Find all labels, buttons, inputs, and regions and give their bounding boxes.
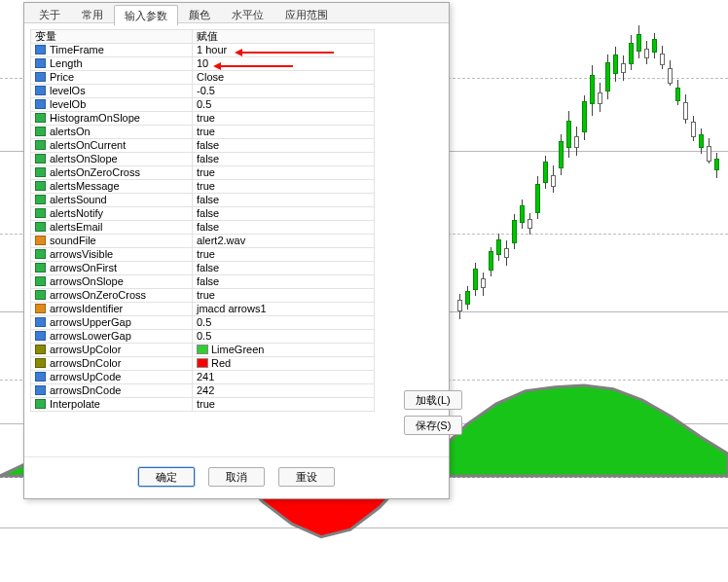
table-row[interactable]: arrowsDnCode242: [31, 384, 375, 398]
tab-colors[interactable]: 颜色: [178, 4, 221, 24]
param-value[interactable]: true: [193, 112, 375, 126]
param-name: arrowsVisible: [31, 248, 193, 262]
table-row[interactable]: arrowsLowerGap0.5: [31, 330, 375, 344]
param-name: arrowsUpCode: [31, 371, 193, 384]
table-row[interactable]: alertsNotifyfalse: [31, 207, 375, 221]
tab-common[interactable]: 常用: [71, 4, 114, 24]
param-value[interactable]: false: [193, 262, 375, 275]
table-row[interactable]: alertsEmailfalse: [31, 221, 375, 235]
save-button[interactable]: 保存(S): [404, 416, 462, 435]
param-value[interactable]: Close: [193, 71, 375, 85]
type-icon: [35, 72, 46, 82]
param-value[interactable]: true: [193, 126, 375, 139]
col-value[interactable]: 赋值: [193, 30, 375, 44]
table-row[interactable]: soundFilealert2.wav: [31, 235, 375, 248]
param-name: Interpolate: [31, 398, 193, 412]
type-icon: [35, 113, 46, 123]
param-name: arrowsOnFirst: [31, 262, 193, 275]
param-value[interactable]: 242: [193, 384, 375, 398]
table-row[interactable]: arrowsOnZeroCrosstrue: [31, 289, 375, 303]
param-name: alertsSound: [31, 194, 193, 207]
param-value[interactable]: 0.5: [193, 98, 375, 112]
table-row[interactable]: TimeFrame1 hour: [31, 44, 375, 57]
type-icon: [35, 45, 46, 55]
param-name: HistogramOnSlope: [31, 112, 193, 126]
param-value[interactable]: 0.5: [193, 330, 375, 344]
param-value[interactable]: false: [193, 207, 375, 221]
param-value[interactable]: true: [193, 180, 375, 194]
reset-button[interactable]: 重设: [278, 467, 335, 487]
col-name[interactable]: 变量: [31, 30, 193, 44]
cancel-button[interactable]: 取消: [208, 467, 265, 487]
param-value[interactable]: Red: [193, 357, 375, 371]
param-value[interactable]: true: [193, 398, 375, 412]
table-row[interactable]: arrowsDnColorRed: [31, 357, 375, 371]
load-button[interactable]: 加载(L): [404, 390, 462, 410]
param-value[interactable]: true: [193, 248, 375, 262]
param-value[interactable]: false: [193, 139, 375, 153]
param-value[interactable]: true: [193, 289, 375, 303]
param-value[interactable]: alert2.wav: [193, 235, 375, 248]
type-icon: [35, 331, 46, 341]
table-row[interactable]: alertsOnCurrentfalse: [31, 139, 375, 153]
indicator-properties-dialog: 关于 常用 输入参数 颜色 水平位 应用范围 变量 赋值 TimeFrame1 …: [23, 2, 450, 499]
param-value[interactable]: jmacd arrows1: [193, 303, 375, 316]
ok-button[interactable]: 确定: [138, 467, 195, 487]
table-row[interactable]: alertsMessagetrue: [31, 180, 375, 194]
param-name: levelOs: [31, 85, 193, 98]
parameters-grid[interactable]: 变量 赋值 TimeFrame1 hourLength10PriceClosel…: [30, 29, 375, 412]
param-name: arrowsOnZeroCross: [31, 289, 193, 303]
param-value[interactable]: -0.5: [193, 85, 375, 98]
table-row[interactable]: PriceClose: [31, 71, 375, 85]
param-value[interactable]: false: [193, 153, 375, 166]
table-row[interactable]: arrowsOnFirstfalse: [31, 262, 375, 275]
table-row[interactable]: arrowsUpperGap0.5: [31, 316, 375, 330]
param-value[interactable]: true: [193, 166, 375, 180]
tab-about[interactable]: 关于: [28, 4, 71, 24]
type-icon: [35, 167, 46, 177]
type-icon: [35, 358, 46, 368]
annotation-arrow: [237, 52, 334, 54]
type-icon: [35, 127, 46, 136]
table-row[interactable]: alertsOnSlopefalse: [31, 153, 375, 166]
param-value[interactable]: false: [193, 194, 375, 207]
param-name: Length: [31, 57, 193, 71]
table-row[interactable]: alertsOntrue: [31, 126, 375, 139]
table-row[interactable]: alertsSoundfalse: [31, 194, 375, 207]
param-name: TimeFrame: [31, 44, 193, 57]
param-value[interactable]: 241: [193, 371, 375, 384]
color-swatch: [197, 345, 208, 354]
table-row[interactable]: alertsOnZeroCrosstrue: [31, 166, 375, 180]
param-name: arrowsLowerGap: [31, 330, 193, 344]
color-swatch: [197, 358, 208, 368]
table-row[interactable]: arrowsOnSlopefalse: [31, 275, 375, 289]
param-name: arrowsUpColor: [31, 344, 193, 357]
param-value[interactable]: 0.5: [193, 316, 375, 330]
param-name: arrowsIdentifier: [31, 303, 193, 316]
param-name: alertsOnCurrent: [31, 139, 193, 153]
param-value[interactable]: false: [193, 221, 375, 235]
table-row[interactable]: Length10: [31, 57, 375, 71]
param-value[interactable]: 1 hour: [193, 44, 375, 57]
tab-inputs[interactable]: 输入参数: [114, 5, 178, 25]
tab-levels[interactable]: 水平位: [221, 4, 274, 24]
param-name: alertsMessage: [31, 180, 193, 194]
table-row[interactable]: arrowsUpColorLimeGreen: [31, 344, 375, 357]
param-name: alertsOnZeroCross: [31, 166, 193, 180]
table-row[interactable]: levelOb0.5: [31, 98, 375, 112]
table-row[interactable]: arrowsIdentifierjmacd arrows1: [31, 303, 375, 316]
type-icon: [35, 385, 46, 395]
param-value[interactable]: false: [193, 275, 375, 289]
param-name: arrowsUpperGap: [31, 316, 193, 330]
table-row[interactable]: HistogramOnSlopetrue: [31, 112, 375, 126]
table-row[interactable]: arrowsUpCode241: [31, 371, 375, 384]
table-row[interactable]: levelOs-0.5: [31, 85, 375, 98]
type-icon: [35, 181, 46, 191]
table-row[interactable]: arrowsVisibletrue: [31, 248, 375, 262]
type-icon: [35, 195, 46, 204]
param-value[interactable]: LimeGreen: [193, 344, 375, 357]
param-name: alertsEmail: [31, 221, 193, 235]
tab-scope[interactable]: 应用范围: [274, 4, 339, 24]
table-row[interactable]: Interpolatetrue: [31, 398, 375, 412]
param-name: levelOb: [31, 98, 193, 112]
